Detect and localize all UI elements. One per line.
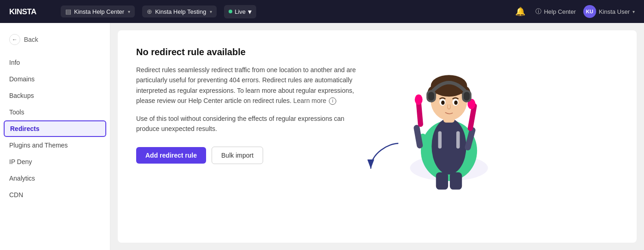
content-text-area: No redirect rule available Redirect rule… <box>136 47 366 164</box>
live-chevron-icon: ▾ <box>248 7 252 16</box>
back-button[interactable]: ← Back <box>0 30 110 49</box>
site2-chevron-icon: ▾ <box>210 9 212 14</box>
site1-chevron-icon: ▾ <box>128 9 130 14</box>
site1-label: Kinsta Help Center <box>74 8 124 15</box>
user-menu-button[interactable]: KU Kinsta User ▾ <box>583 5 635 18</box>
learn-more-link[interactable]: Learn more i <box>293 97 336 104</box>
sidebar-item-domains[interactable]: Domains <box>0 71 110 87</box>
sidebar-item-tools-label: Tools <box>9 108 24 116</box>
bulk-import-label: Bulk import <box>221 152 253 159</box>
info-circle-icon: i <box>329 97 336 105</box>
svg-point-9 <box>415 95 423 105</box>
svg-text:KINSTA: KINSTA <box>9 7 36 16</box>
help-center-label: Help Center <box>544 8 575 15</box>
add-redirect-rule-button[interactable]: Add redirect rule <box>136 147 206 164</box>
svg-rect-21 <box>464 92 470 101</box>
top-navigation: KINSTA ▤ Kinsta Help Center ▾ ⊕ Kinsta H… <box>0 0 644 23</box>
sidebar-item-domains-label: Domains <box>9 75 34 83</box>
sidebar-item-backups[interactable]: Backups <box>0 87 110 104</box>
kinsta-logo: KINSTA <box>9 6 46 17</box>
page-title: No redirect rule available <box>136 47 366 57</box>
svg-rect-27 <box>456 131 460 149</box>
bulk-import-button[interactable]: Bulk import <box>212 147 263 164</box>
illustration-area <box>385 47 513 194</box>
site1-selector[interactable]: ▤ Kinsta Help Center ▾ <box>61 6 135 17</box>
content-warning: Use of this tool without considering the… <box>136 114 366 134</box>
arrow-annotation <box>357 139 412 176</box>
sidebar-item-plugins-themes-label: Plugins and Themes <box>9 142 68 149</box>
back-label: Back <box>24 36 38 43</box>
sidebar-item-info[interactable]: Info <box>0 54 110 71</box>
sidebar-item-plugins-themes[interactable]: Plugins and Themes <box>0 137 110 153</box>
content-description: Redirect rules seamlessly redirect traff… <box>136 65 366 106</box>
site2-selector[interactable]: ⊕ Kinsta Help Testing ▾ <box>142 6 217 17</box>
sidebar-item-analytics[interactable]: Analytics <box>0 170 110 187</box>
learn-more-label: Learn more <box>293 97 327 104</box>
sidebar-item-ip-deny[interactable]: IP Deny <box>0 153 110 170</box>
svg-point-4 <box>431 118 466 174</box>
user-initials: KU <box>586 9 593 14</box>
svg-point-24 <box>441 101 445 105</box>
svg-rect-26 <box>438 131 442 149</box>
sidebar-item-analytics-label: Analytics <box>9 175 35 182</box>
site2-icon: ⊕ <box>147 8 152 15</box>
add-redirect-rule-label: Add redirect rule <box>145 152 197 159</box>
live-dot-icon <box>229 10 232 13</box>
sidebar-item-ip-deny-label: IP Deny <box>9 158 32 165</box>
notifications-button[interactable]: 🔔 <box>512 5 528 18</box>
help-center-button[interactable]: ⓘ Help Center <box>535 7 575 16</box>
sidebar-item-cdn[interactable]: CDN <box>0 187 110 203</box>
live-status-selector[interactable]: Live ▾ <box>224 5 256 18</box>
sidebar-item-redirects-label: Redirects <box>10 125 40 132</box>
sidebar: ← Back Info Domains Backups Tools Redire… <box>0 23 110 250</box>
main-layout: ← Back Info Domains Backups Tools Redire… <box>0 23 644 250</box>
user-name: Kinsta User <box>599 8 630 15</box>
sidebar-item-info-label: Info <box>9 59 20 66</box>
svg-point-25 <box>454 101 458 105</box>
svg-rect-20 <box>428 92 434 101</box>
back-arrow-icon: ← <box>9 34 20 45</box>
help-circle-icon: ⓘ <box>535 7 541 16</box>
site1-icon: ▤ <box>65 8 71 15</box>
sidebar-item-backups-label: Backups <box>9 92 34 99</box>
svg-rect-29 <box>450 172 462 190</box>
sidebar-item-tools[interactable]: Tools <box>0 104 110 120</box>
main-content: No redirect rule available Redirect rule… <box>118 30 637 243</box>
user-avatar: KU <box>583 5 596 18</box>
sidebar-item-cdn-label: CDN <box>9 191 23 199</box>
action-buttons: Add redirect rule Bulk import <box>136 147 366 164</box>
site2-label: Kinsta Help Testing <box>155 8 206 15</box>
live-label: Live <box>235 8 246 15</box>
user-chevron-icon: ▾ <box>632 9 635 14</box>
sidebar-item-redirects[interactable]: Redirects <box>4 120 106 137</box>
svg-rect-28 <box>436 172 448 190</box>
